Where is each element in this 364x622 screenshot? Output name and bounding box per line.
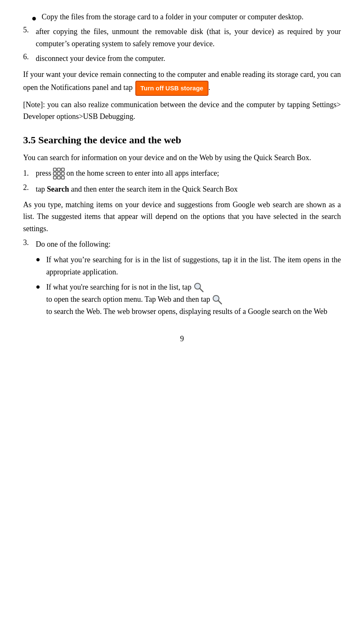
step-2-text-after: and then enter the search item in the Qu… (69, 185, 237, 193)
turn-off-usb-button[interactable]: Turn off USB storage (135, 81, 208, 96)
step-3-text: Do one of the following: (36, 238, 111, 250)
step-2-content: tap Search and then enter the search ite… (36, 183, 238, 195)
step-3: 3. Do one of the following: (23, 238, 341, 250)
svg-rect-2 (61, 168, 64, 171)
sub-bullet-2: ● If what you're searching for is not in… (23, 281, 341, 317)
step-2-num: 2. (23, 183, 36, 192)
sub-bullet-2-text-before: If what you're searching for is not in t… (46, 281, 192, 293)
svg-rect-1 (58, 168, 61, 171)
sub-bullet-1: ● If what you’re searching for is in the… (23, 254, 341, 278)
numbered-step-2: 2. tap Search and then enter the search … (23, 183, 341, 195)
step-1-num: 1. (23, 169, 36, 178)
intro-paragraph: You can search for information on your d… (23, 152, 341, 164)
page-number: 9 (23, 335, 341, 343)
sub-bullet-text-2: If what you're searching for is not in t… (46, 281, 341, 317)
search-icon-1 (193, 282, 205, 293)
note-paragraph: [Note]: you can also realize communicati… (23, 99, 341, 123)
step-1-text-after: on the home screen to enter into all app… (66, 167, 219, 179)
sub-bullet-dot-2: ● (36, 282, 40, 291)
step-5-num: 5. (23, 26, 36, 34)
sub-bullet-dot-1: ● (36, 255, 40, 264)
para-1: If your want your device remain connecti… (23, 69, 341, 96)
svg-rect-8 (61, 176, 64, 179)
step-6-text: disconnect your device from the computer… (36, 53, 165, 65)
sub-bullet-2-text-middle: to open the search option menu. Tap Web … (46, 293, 210, 306)
svg-rect-7 (58, 176, 61, 179)
step-6: 6. disconnect your device from the compu… (23, 53, 341, 65)
section-heading: 3.5 Searching the device and the web (23, 134, 341, 146)
step-3-num: 3. (23, 238, 36, 247)
svg-rect-0 (53, 168, 56, 171)
step-2-bold: Search (47, 185, 69, 193)
numbered-step-1: 1. press on the home screen to enter int… (23, 167, 341, 180)
step-2-text-before: tap (36, 185, 47, 193)
period: . (208, 83, 211, 92)
step-1-text-before: press (36, 167, 51, 179)
sub-bullet-2-text-after: to search the Web. The web browser opens… (46, 306, 327, 318)
bullet-text-1: Copy the files from the storage card to … (42, 13, 341, 21)
para-2: As you type, matching items on your devi… (23, 199, 341, 235)
sub-bullet-1-text: If what you’re searching for is in the l… (46, 256, 341, 276)
bullet-dot-1: ● (32, 13, 37, 23)
step-6-num: 6. (23, 53, 36, 61)
grid-icon (53, 167, 65, 180)
svg-rect-5 (61, 172, 64, 175)
svg-rect-3 (53, 172, 56, 175)
bullet-item-1: ● Copy the files from the storage card t… (23, 13, 341, 23)
svg-rect-6 (53, 176, 56, 179)
svg-line-12 (218, 300, 222, 304)
svg-rect-4 (58, 172, 61, 175)
step-5: 5. after copying the files, unmount the … (23, 26, 341, 50)
search-icon-2 (211, 294, 223, 306)
sub-bullet-text-1: If what you’re searching for is in the l… (46, 254, 341, 278)
step-5-text: after copying the files, unmount the rem… (36, 26, 341, 50)
svg-line-10 (200, 288, 203, 292)
step-1-content: press on the home screen to enter into a… (36, 167, 219, 180)
